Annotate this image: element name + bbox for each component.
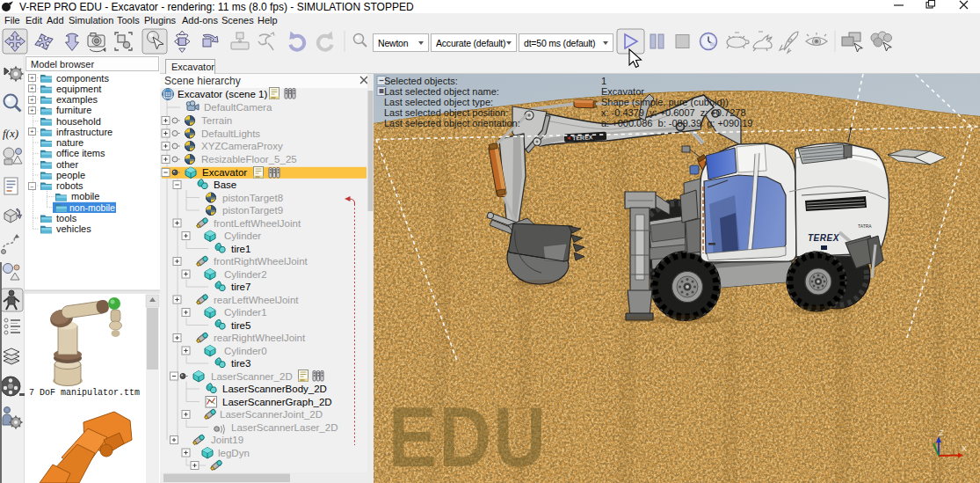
svg-text:TEREX: TEREX <box>572 134 593 141</box>
svg-text:EDU: EDU <box>388 390 548 483</box>
svg-text:TATRA: TATRA <box>858 223 872 229</box>
svg-text:TEREX: TEREX <box>808 233 840 243</box>
svg-text:Z: Z <box>938 428 944 437</box>
svg-text:X: X <box>962 444 967 453</box>
svg-text:f(x): f(x) <box>3 127 18 140</box>
